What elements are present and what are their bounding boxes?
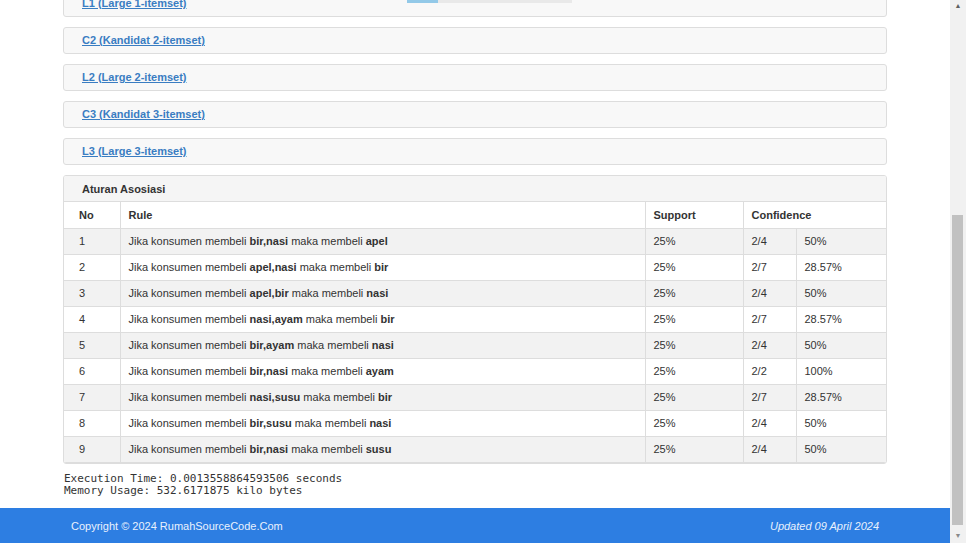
rule-prefix: Jika konsumen membeli <box>129 235 250 247</box>
rule-confidence-fraction: 2/4 <box>743 280 796 306</box>
rule-support: 25% <box>645 332 743 358</box>
rule-no: 9 <box>64 436 120 462</box>
rule-antecedent: bir,nasi <box>250 443 289 455</box>
rule-consequent: bir <box>380 313 394 325</box>
content-area: L1 (Large 1-itemset) C2 (Kandidat 2-item… <box>0 0 950 498</box>
footer-inner: Copyright © 2024 RumahSourceCode.Com Upd… <box>63 508 887 543</box>
rule-no: 5 <box>64 332 120 358</box>
copyright-text: Copyright © 2024 RumahSourceCode.Com <box>71 520 283 532</box>
rule-confidence-percent: 100% <box>796 358 887 384</box>
rule-middle: maka membeli <box>288 235 366 247</box>
rule-support: 25% <box>645 384 743 410</box>
rule-support: 25% <box>645 254 743 280</box>
main-container: L1 (Large 1-itemset) C2 (Kandidat 2-item… <box>63 0 887 498</box>
rule-text: Jika konsumen membeli nasi,susu maka mem… <box>120 384 645 410</box>
table-header-row: No Rule Support Confidence <box>64 202 887 228</box>
rule-middle: maka membeli <box>289 287 367 299</box>
rule-support: 25% <box>645 358 743 384</box>
col-header-support: Support <box>645 202 743 228</box>
scrollbar-up-arrow-icon[interactable]: ▲ <box>950 0 966 12</box>
rule-text: Jika konsumen membeli apel,bir maka memb… <box>120 280 645 306</box>
rule-row: 7 Jika konsumen membeli nasi,susu maka m… <box>64 384 887 410</box>
rule-confidence-percent: 50% <box>796 280 887 306</box>
rule-text: Jika konsumen membeli nasi,ayam maka mem… <box>120 306 645 332</box>
itemset-panel-link[interactable]: L2 (Large 2-itemset) <box>82 71 187 83</box>
rule-confidence-fraction: 2/4 <box>743 436 796 462</box>
rule-prefix: Jika konsumen membeli <box>129 391 250 403</box>
rule-row: 6 Jika konsumen membeli bir,nasi maka me… <box>64 358 887 384</box>
rule-row: 1 Jika konsumen membeli bir,nasi maka me… <box>64 228 887 254</box>
vertical-scrollbar[interactable]: ▲ ▼ <box>950 0 966 543</box>
rule-confidence-fraction: 2/7 <box>743 254 796 280</box>
rule-text: Jika konsumen membeli bir,nasi maka memb… <box>120 228 645 254</box>
col-header-confidence: Confidence <box>743 202 887 228</box>
rule-confidence-fraction: 2/7 <box>743 306 796 332</box>
rule-text: Jika konsumen membeli bir,nasi maka memb… <box>120 358 645 384</box>
rule-prefix: Jika konsumen membeli <box>129 287 250 299</box>
rule-antecedent: bir,ayam <box>250 339 295 351</box>
rule-row: 5 Jika konsumen membeli bir,ayam maka me… <box>64 332 887 358</box>
scrollbar-down-arrow-icon[interactable]: ▼ <box>950 530 966 542</box>
itemset-panels: L1 (Large 1-itemset) C2 (Kandidat 2-item… <box>63 0 887 165</box>
rule-middle: maka membeli <box>294 339 372 351</box>
rule-antecedent: apel,bir <box>250 287 289 299</box>
itemset-panel: L3 (Large 3-itemset) <box>63 138 887 165</box>
rule-middle: maka membeli <box>288 365 366 377</box>
rule-confidence-percent: 50% <box>796 410 887 436</box>
rule-antecedent: bir,susu <box>250 417 292 429</box>
footer-bar: Copyright © 2024 RumahSourceCode.Com Upd… <box>0 508 950 543</box>
rule-consequent: susu <box>366 443 392 455</box>
rule-row: 2 Jika konsumen membeli apel,nasi maka m… <box>64 254 887 280</box>
rule-prefix: Jika konsumen membeli <box>129 443 250 455</box>
rule-middle: maka membeli <box>300 391 378 403</box>
col-header-no: No <box>64 202 120 228</box>
rule-confidence-percent: 50% <box>796 436 887 462</box>
rule-consequent: nasi <box>366 287 388 299</box>
rule-antecedent: nasi,ayam <box>250 313 303 325</box>
rule-support: 25% <box>645 306 743 332</box>
rule-confidence-fraction: 2/4 <box>743 332 796 358</box>
rule-middle: maka membeli <box>297 261 375 273</box>
rule-no: 8 <box>64 410 120 436</box>
rule-no: 3 <box>64 280 120 306</box>
scrollbar-thumb[interactable] <box>952 215 963 525</box>
rule-text: Jika konsumen membeli bir,susu maka memb… <box>120 410 645 436</box>
rule-confidence-fraction: 2/2 <box>743 358 796 384</box>
association-rules-panel: Aturan Asosiasi No Rule Support Confiden… <box>63 175 887 464</box>
itemset-panel-link[interactable]: L3 (Large 3-itemset) <box>82 145 187 157</box>
itemset-panel-link[interactable]: C3 (Kandidat 3-itemset) <box>82 108 205 120</box>
itemset-panel: C2 (Kandidat 2-itemset) <box>63 27 887 54</box>
itemset-panel: C3 (Kandidat 3-itemset) <box>63 101 887 128</box>
rule-text: Jika konsumen membeli apel,nasi maka mem… <box>120 254 645 280</box>
rule-antecedent: bir,nasi <box>250 365 289 377</box>
rule-support: 25% <box>645 436 743 462</box>
rule-row: 8 Jika konsumen membeli bir,susu maka me… <box>64 410 887 436</box>
updated-text: Updated 09 April 2024 <box>770 520 879 532</box>
rule-no: 7 <box>64 384 120 410</box>
rule-consequent: bir <box>378 391 392 403</box>
progress-bar-partial <box>407 0 572 3</box>
rule-antecedent: apel,nasi <box>250 261 297 273</box>
rule-confidence-percent: 28.57% <box>796 306 887 332</box>
rules-table-body: 1 Jika konsumen membeli bir,nasi maka me… <box>64 228 887 462</box>
rule-consequent: nasi <box>372 339 394 351</box>
itemset-panel: L2 (Large 2-itemset) <box>63 64 887 91</box>
rule-confidence-fraction: 2/4 <box>743 228 796 254</box>
rule-no: 4 <box>64 306 120 332</box>
rule-confidence-fraction: 2/7 <box>743 384 796 410</box>
rule-no: 6 <box>64 358 120 384</box>
rule-support: 25% <box>645 228 743 254</box>
rule-confidence-percent: 50% <box>796 228 887 254</box>
rule-consequent: ayam <box>366 365 394 377</box>
rule-confidence-percent: 50% <box>796 332 887 358</box>
itemset-panel-link[interactable]: C2 (Kandidat 2-itemset) <box>82 34 205 46</box>
rule-no: 1 <box>64 228 120 254</box>
progress-bar-track <box>438 0 572 3</box>
rule-support: 25% <box>645 410 743 436</box>
itemset-panel-link[interactable]: L1 (Large 1-itemset) <box>82 0 187 9</box>
rule-prefix: Jika konsumen membeli <box>129 313 250 325</box>
rule-consequent: apel <box>366 235 388 247</box>
rule-row: 4 Jika konsumen membeli nasi,ayam maka m… <box>64 306 887 332</box>
rule-middle: maka membeli <box>292 417 370 429</box>
rule-prefix: Jika konsumen membeli <box>129 417 250 429</box>
